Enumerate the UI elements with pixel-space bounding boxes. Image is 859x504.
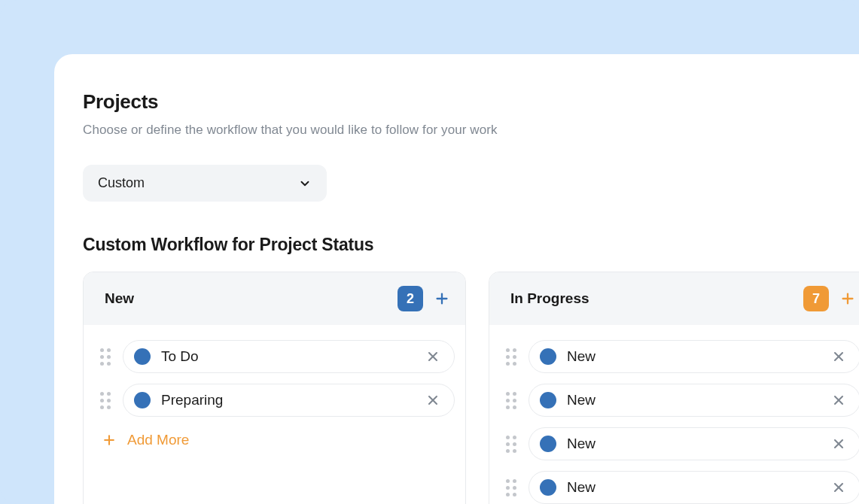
item-left: New (540, 479, 596, 496)
drag-handle-icon[interactable] (100, 391, 112, 409)
item-pill[interactable]: Preparing (123, 384, 455, 417)
column-header: In Progress 7 (489, 272, 859, 325)
list-item: To Do (100, 340, 455, 373)
drag-handle-icon[interactable] (506, 435, 518, 453)
column-title: New (105, 290, 134, 307)
status-dot-icon (134, 392, 151, 408)
item-left: New (540, 348, 596, 365)
item-left: To Do (134, 348, 199, 365)
main-card: Projects Choose or define the workflow t… (54, 54, 859, 504)
drag-handle-icon[interactable] (100, 348, 112, 366)
item-pill[interactable]: New (528, 384, 859, 417)
column-body: New (489, 325, 859, 504)
column-header-right: 2 (398, 286, 450, 311)
dropdown-label: Custom (98, 175, 145, 191)
status-column-in-progress: In Progress 7 (489, 272, 859, 504)
status-dot-icon (540, 436, 556, 452)
count-badge: 7 (803, 286, 829, 311)
plus-icon[interactable] (839, 290, 856, 307)
chevron-down-icon (298, 177, 312, 190)
close-icon[interactable] (831, 436, 846, 451)
column-title: In Progress (510, 290, 589, 307)
page-subtitle: Choose or define the workflow that you w… (83, 123, 859, 138)
item-label: New (567, 348, 596, 365)
list-item: New (506, 340, 859, 373)
list-item: New (506, 427, 859, 460)
outer-container: Projects Choose or define the workflow t… (0, 0, 859, 504)
item-left: Preparing (134, 392, 223, 408)
column-header: New 2 (84, 272, 465, 325)
item-label: Preparing (161, 392, 223, 408)
add-more-label: Add More (127, 432, 189, 448)
section-title: Custom Workflow for Project Status (83, 235, 859, 255)
list-item: New (506, 471, 859, 504)
status-dot-icon (540, 392, 556, 408)
list-item: New (506, 384, 859, 417)
columns-container: New 2 (83, 272, 859, 504)
close-icon[interactable] (425, 393, 440, 408)
close-icon[interactable] (831, 349, 846, 364)
plus-icon (102, 433, 117, 448)
close-icon[interactable] (831, 480, 846, 495)
plus-icon[interactable] (434, 290, 450, 307)
add-more-button[interactable]: Add More (100, 432, 455, 448)
item-left: New (540, 392, 596, 408)
item-label: New (567, 436, 596, 452)
item-left: New (540, 436, 596, 452)
item-pill[interactable]: New (528, 427, 859, 460)
column-header-right: 7 (803, 286, 856, 311)
item-pill[interactable]: New (528, 471, 859, 504)
status-dot-icon (540, 479, 556, 496)
item-pill[interactable]: To Do (123, 340, 455, 373)
drag-handle-icon[interactable] (506, 478, 518, 496)
column-body: To Do (84, 325, 465, 463)
close-icon[interactable] (425, 349, 440, 364)
workflow-dropdown[interactable]: Custom (83, 165, 327, 202)
count-badge: 2 (398, 286, 423, 311)
status-dot-icon (134, 348, 151, 365)
item-label: New (567, 392, 596, 408)
close-icon[interactable] (831, 393, 846, 408)
drag-handle-icon[interactable] (506, 391, 518, 409)
item-label: New (567, 479, 596, 496)
page-title: Projects (83, 90, 859, 114)
status-dot-icon (540, 348, 556, 365)
item-label: To Do (161, 348, 199, 365)
status-column-new: New 2 (83, 272, 466, 504)
item-pill[interactable]: New (528, 340, 859, 373)
list-item: Preparing (100, 384, 455, 417)
drag-handle-icon[interactable] (506, 348, 518, 366)
